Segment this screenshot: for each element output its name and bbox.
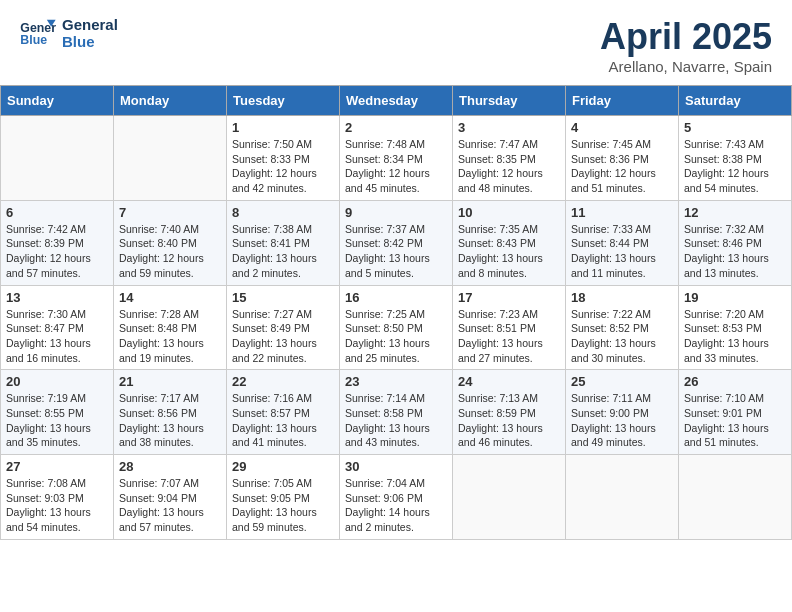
day-number: 12 — [684, 205, 786, 220]
day-info: Sunrise: 7:32 AM Sunset: 8:46 PM Dayligh… — [684, 222, 786, 281]
week-row-2: 6Sunrise: 7:42 AM Sunset: 8:39 PM Daylig… — [1, 200, 792, 285]
day-number: 1 — [232, 120, 334, 135]
header-friday: Friday — [566, 86, 679, 116]
calendar-cell: 6Sunrise: 7:42 AM Sunset: 8:39 PM Daylig… — [1, 200, 114, 285]
day-number: 10 — [458, 205, 560, 220]
header-tuesday: Tuesday — [227, 86, 340, 116]
day-number: 26 — [684, 374, 786, 389]
day-info: Sunrise: 7:07 AM Sunset: 9:04 PM Dayligh… — [119, 476, 221, 535]
day-number: 8 — [232, 205, 334, 220]
week-row-1: 1Sunrise: 7:50 AM Sunset: 8:33 PM Daylig… — [1, 116, 792, 201]
calendar-cell: 12Sunrise: 7:32 AM Sunset: 8:46 PM Dayli… — [679, 200, 792, 285]
calendar-cell: 19Sunrise: 7:20 AM Sunset: 8:53 PM Dayli… — [679, 285, 792, 370]
calendar-cell — [114, 116, 227, 201]
day-info: Sunrise: 7:30 AM Sunset: 8:47 PM Dayligh… — [6, 307, 108, 366]
calendar-cell: 16Sunrise: 7:25 AM Sunset: 8:50 PM Dayli… — [340, 285, 453, 370]
day-info: Sunrise: 7:11 AM Sunset: 9:00 PM Dayligh… — [571, 391, 673, 450]
calendar-cell: 10Sunrise: 7:35 AM Sunset: 8:43 PM Dayli… — [453, 200, 566, 285]
calendar-cell: 9Sunrise: 7:37 AM Sunset: 8:42 PM Daylig… — [340, 200, 453, 285]
location: Arellano, Navarre, Spain — [600, 58, 772, 75]
day-info: Sunrise: 7:37 AM Sunset: 8:42 PM Dayligh… — [345, 222, 447, 281]
day-info: Sunrise: 7:23 AM Sunset: 8:51 PM Dayligh… — [458, 307, 560, 366]
day-number: 18 — [571, 290, 673, 305]
day-number: 5 — [684, 120, 786, 135]
day-info: Sunrise: 7:17 AM Sunset: 8:56 PM Dayligh… — [119, 391, 221, 450]
day-info: Sunrise: 7:43 AM Sunset: 8:38 PM Dayligh… — [684, 137, 786, 196]
day-info: Sunrise: 7:10 AM Sunset: 9:01 PM Dayligh… — [684, 391, 786, 450]
day-info: Sunrise: 7:27 AM Sunset: 8:49 PM Dayligh… — [232, 307, 334, 366]
calendar-cell: 13Sunrise: 7:30 AM Sunset: 8:47 PM Dayli… — [1, 285, 114, 370]
day-number: 16 — [345, 290, 447, 305]
calendar-cell: 30Sunrise: 7:04 AM Sunset: 9:06 PM Dayli… — [340, 455, 453, 540]
day-number: 23 — [345, 374, 447, 389]
calendar-cell: 29Sunrise: 7:05 AM Sunset: 9:05 PM Dayli… — [227, 455, 340, 540]
calendar-cell: 17Sunrise: 7:23 AM Sunset: 8:51 PM Dayli… — [453, 285, 566, 370]
day-info: Sunrise: 7:25 AM Sunset: 8:50 PM Dayligh… — [345, 307, 447, 366]
calendar-cell: 23Sunrise: 7:14 AM Sunset: 8:58 PM Dayli… — [340, 370, 453, 455]
day-info: Sunrise: 7:22 AM Sunset: 8:52 PM Dayligh… — [571, 307, 673, 366]
header-monday: Monday — [114, 86, 227, 116]
calendar-cell: 28Sunrise: 7:07 AM Sunset: 9:04 PM Dayli… — [114, 455, 227, 540]
week-row-4: 20Sunrise: 7:19 AM Sunset: 8:55 PM Dayli… — [1, 370, 792, 455]
day-number: 4 — [571, 120, 673, 135]
calendar-cell: 7Sunrise: 7:40 AM Sunset: 8:40 PM Daylig… — [114, 200, 227, 285]
day-number: 3 — [458, 120, 560, 135]
logo: General Blue General Blue — [20, 16, 118, 50]
calendar-cell — [1, 116, 114, 201]
day-number: 30 — [345, 459, 447, 474]
day-number: 24 — [458, 374, 560, 389]
day-number: 6 — [6, 205, 108, 220]
day-info: Sunrise: 7:16 AM Sunset: 8:57 PM Dayligh… — [232, 391, 334, 450]
calendar-cell — [453, 455, 566, 540]
logo-icon: General Blue — [20, 18, 56, 48]
logo-line2: Blue — [62, 33, 118, 50]
day-number: 22 — [232, 374, 334, 389]
day-info: Sunrise: 7:47 AM Sunset: 8:35 PM Dayligh… — [458, 137, 560, 196]
calendar-cell: 18Sunrise: 7:22 AM Sunset: 8:52 PM Dayli… — [566, 285, 679, 370]
calendar-cell: 5Sunrise: 7:43 AM Sunset: 8:38 PM Daylig… — [679, 116, 792, 201]
header-thursday: Thursday — [453, 86, 566, 116]
day-number: 29 — [232, 459, 334, 474]
calendar-cell: 25Sunrise: 7:11 AM Sunset: 9:00 PM Dayli… — [566, 370, 679, 455]
day-number: 13 — [6, 290, 108, 305]
month-title: April 2025 — [600, 16, 772, 58]
header-saturday: Saturday — [679, 86, 792, 116]
day-info: Sunrise: 7:28 AM Sunset: 8:48 PM Dayligh… — [119, 307, 221, 366]
day-info: Sunrise: 7:33 AM Sunset: 8:44 PM Dayligh… — [571, 222, 673, 281]
day-number: 2 — [345, 120, 447, 135]
day-number: 21 — [119, 374, 221, 389]
day-info: Sunrise: 7:04 AM Sunset: 9:06 PM Dayligh… — [345, 476, 447, 535]
calendar-cell: 11Sunrise: 7:33 AM Sunset: 8:44 PM Dayli… — [566, 200, 679, 285]
day-info: Sunrise: 7:45 AM Sunset: 8:36 PM Dayligh… — [571, 137, 673, 196]
calendar-cell: 3Sunrise: 7:47 AM Sunset: 8:35 PM Daylig… — [453, 116, 566, 201]
day-number: 7 — [119, 205, 221, 220]
day-info: Sunrise: 7:40 AM Sunset: 8:40 PM Dayligh… — [119, 222, 221, 281]
day-info: Sunrise: 7:08 AM Sunset: 9:03 PM Dayligh… — [6, 476, 108, 535]
header-wednesday: Wednesday — [340, 86, 453, 116]
page-header: General Blue General Blue April 2025 Are… — [0, 0, 792, 85]
day-number: 27 — [6, 459, 108, 474]
day-number: 20 — [6, 374, 108, 389]
day-info: Sunrise: 7:48 AM Sunset: 8:34 PM Dayligh… — [345, 137, 447, 196]
day-info: Sunrise: 7:50 AM Sunset: 8:33 PM Dayligh… — [232, 137, 334, 196]
day-info: Sunrise: 7:14 AM Sunset: 8:58 PM Dayligh… — [345, 391, 447, 450]
header-sunday: Sunday — [1, 86, 114, 116]
day-info: Sunrise: 7:13 AM Sunset: 8:59 PM Dayligh… — [458, 391, 560, 450]
day-number: 9 — [345, 205, 447, 220]
calendar-cell: 4Sunrise: 7:45 AM Sunset: 8:36 PM Daylig… — [566, 116, 679, 201]
day-info: Sunrise: 7:38 AM Sunset: 8:41 PM Dayligh… — [232, 222, 334, 281]
weekday-header-row: Sunday Monday Tuesday Wednesday Thursday… — [1, 86, 792, 116]
calendar-cell: 2Sunrise: 7:48 AM Sunset: 8:34 PM Daylig… — [340, 116, 453, 201]
calendar-cell: 24Sunrise: 7:13 AM Sunset: 8:59 PM Dayli… — [453, 370, 566, 455]
calendar-cell: 20Sunrise: 7:19 AM Sunset: 8:55 PM Dayli… — [1, 370, 114, 455]
week-row-5: 27Sunrise: 7:08 AM Sunset: 9:03 PM Dayli… — [1, 455, 792, 540]
day-number: 17 — [458, 290, 560, 305]
day-info: Sunrise: 7:19 AM Sunset: 8:55 PM Dayligh… — [6, 391, 108, 450]
week-row-3: 13Sunrise: 7:30 AM Sunset: 8:47 PM Dayli… — [1, 285, 792, 370]
day-number: 11 — [571, 205, 673, 220]
day-number: 14 — [119, 290, 221, 305]
day-number: 15 — [232, 290, 334, 305]
day-info: Sunrise: 7:20 AM Sunset: 8:53 PM Dayligh… — [684, 307, 786, 366]
day-info: Sunrise: 7:42 AM Sunset: 8:39 PM Dayligh… — [6, 222, 108, 281]
day-number: 28 — [119, 459, 221, 474]
